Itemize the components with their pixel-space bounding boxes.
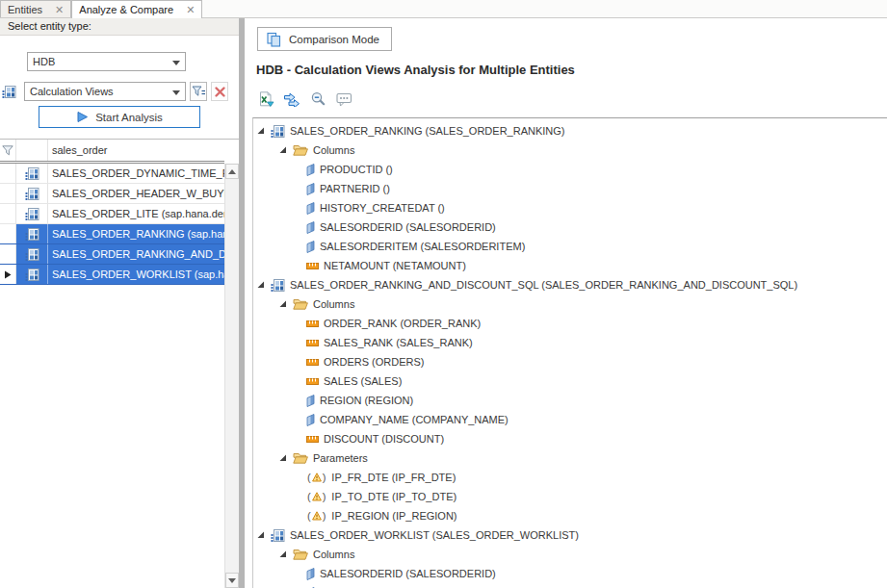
comments-icon — [336, 92, 352, 107]
tree-item[interactable]: COMPANY_NAME (COMPANY_NAME) — [253, 410, 887, 429]
tree-item[interactable]: REGION (REGION) — [253, 391, 887, 410]
list-scrollbar[interactable] — [224, 164, 239, 588]
tree-item[interactable]: ()IP_REGION (IP_REGION) — [253, 506, 887, 525]
parameter-icon: () — [306, 472, 326, 483]
arrow-up-icon — [228, 169, 236, 174]
comments-button[interactable] — [334, 89, 353, 109]
zoom-out-icon — [310, 91, 326, 107]
row-marker-cell — [0, 204, 16, 223]
filter-input[interactable]: sales_order — [48, 144, 224, 156]
entity-type-select[interactable]: Calculation Views — [24, 82, 186, 101]
system-select[interactable]: HDB — [27, 52, 186, 71]
tree-item-label: IP_REGION (IP_REGION) — [331, 510, 457, 522]
tab-bar: Entities ✕ Analyze & Compare ✕ — [0, 0, 887, 18]
tree-item[interactable]: DISCOUNT (DISCOUNT) — [253, 429, 887, 448]
tree-item-label: SALESORDERID (SALESORDERID) — [320, 221, 496, 233]
folder-icon — [293, 144, 308, 156]
row-marker-cell — [0, 265, 16, 284]
folder-icon — [293, 452, 308, 464]
tree-item[interactable]: PARTNERID (PARTNER_PARTNERID) — [253, 583, 887, 588]
funnel-icon[interactable] — [2, 145, 13, 156]
tree-item[interactable]: PARTNERID () — [253, 179, 887, 198]
tree-item[interactable]: ORDER_RANK (ORDER_RANK) — [253, 314, 887, 333]
zoom-out-button[interactable] — [308, 89, 327, 109]
chevron-down-icon — [172, 90, 180, 95]
folder-icon — [293, 298, 308, 310]
list-item[interactable]: SALES_ORDER_WORKLIST (sap.hana — [0, 265, 224, 285]
comparison-mode-button[interactable]: Comparison Mode — [257, 27, 392, 51]
list-item[interactable]: SALES_ORDER_RANKING (sap.hana. — [0, 224, 224, 244]
close-icon[interactable]: ✕ — [186, 5, 195, 14]
tree-item[interactable]: ()IP_TO_DTE (IP_TO_DTE) — [253, 487, 887, 506]
tree-item[interactable]: SALES (SALES) — [253, 371, 887, 391]
attribute-icon — [306, 183, 315, 195]
attribute-icon — [306, 568, 315, 580]
panel-header: Select entity type: — [0, 18, 239, 36]
tree-item[interactable]: SALES_RANK (SALES_RANK) — [253, 333, 887, 352]
expand-arrow-icon[interactable] — [279, 300, 288, 308]
analysis-panel: Comparison Mode HDB - Calculation Views … — [245, 18, 887, 588]
expand-arrow-icon[interactable] — [279, 146, 288, 154]
start-analysis-button[interactable]: Start Analysis — [39, 106, 200, 128]
tree-item[interactable]: SALES_ORDER_RANKING (SALES_ORDER_RANKING… — [253, 121, 887, 141]
attribute-icon — [306, 221, 315, 234]
calcview-icon — [271, 278, 285, 293]
calcview-icon — [25, 268, 39, 282]
tree-item-label: SALES_ORDER_RANKING_AND_DISCOUNT_SQL (SA… — [290, 279, 797, 291]
tree-item[interactable]: Columns — [253, 294, 887, 314]
export-excel-button[interactable] — [256, 89, 275, 109]
measure-icon — [306, 339, 319, 347]
tab-entities[interactable]: Entities ✕ — [0, 0, 71, 17]
attribute-icon — [306, 202, 315, 215]
calcview-icon — [25, 227, 39, 242]
tree-item[interactable]: ORDERS (ORDERS) — [253, 352, 887, 371]
tree-item[interactable]: ()IP_FR_DTE (IP_FR_DTE) — [253, 468, 887, 487]
tree-item[interactable]: Columns — [253, 141, 887, 160]
tree-item[interactable]: SALESORDERID (SALESORDERID) — [253, 564, 887, 583]
row-marker-cell — [0, 184, 16, 203]
expand-arrow-icon[interactable] — [257, 281, 266, 289]
list-item[interactable]: SALES_ORDER_LITE (sap.hana.demo — [0, 204, 224, 224]
tree-item[interactable]: NETAMOUNT (NETAMOUNT) — [253, 256, 887, 275]
filter-cell — [0, 140, 16, 161]
expand-arrow-icon[interactable] — [257, 531, 266, 539]
tree-item[interactable]: PRODUCTID () — [253, 160, 887, 179]
tree-item-label: Parameters — [313, 452, 368, 464]
attribute-icon — [306, 164, 315, 176]
tree-item[interactable]: SALES_ORDER_WORKLIST (SALES_ORDER_WORKLI… — [253, 525, 887, 545]
measure-icon — [306, 358, 319, 367]
scroll-up-button[interactable] — [225, 164, 239, 179]
list-item[interactable]: SALES_ORDER_HEADER_W_BUYER ( — [0, 184, 224, 204]
expand-arrow-icon[interactable] — [279, 550, 288, 558]
expand-arrow-icon[interactable] — [257, 127, 266, 135]
tree-item-label: ORDERS (ORDERS) — [324, 356, 425, 368]
clear-x-icon — [214, 86, 226, 98]
export-excel-icon — [257, 91, 274, 107]
list-item[interactable]: SALES_ORDER_DYNAMIC_TIME_PER — [0, 164, 224, 184]
clear-filter-button[interactable] — [211, 82, 228, 101]
forward-arrows-button[interactable] — [282, 89, 301, 109]
tree-item-label: IP_TO_DTE (IP_TO_DTE) — [331, 491, 457, 502]
attribute-icon — [306, 241, 315, 253]
filter-button[interactable] — [190, 82, 207, 101]
calcview-icon — [25, 207, 39, 221]
calcview-icon — [25, 166, 39, 181]
tree-item[interactable]: HISTORY_CREATEDAT () — [253, 198, 887, 217]
row-marker-cell — [0, 244, 16, 264]
tree-item[interactable]: Parameters — [253, 448, 887, 468]
tree-item[interactable]: Columns — [253, 545, 887, 564]
tree-item[interactable]: SALESORDERITEM (SALESORDERITEM) — [253, 237, 887, 256]
arrow-down-icon — [228, 578, 236, 583]
expand-arrow-icon[interactable] — [279, 454, 288, 462]
tree-item[interactable]: SALES_ORDER_RANKING_AND_DISCOUNT_SQL (SA… — [253, 275, 887, 294]
list-filter-row[interactable]: sales_order — [0, 140, 224, 164]
tree-item[interactable]: SALESORDERID (SALESORDERID) — [253, 217, 887, 237]
tab-analyze-compare[interactable]: Analyze & Compare ✕ — [71, 0, 202, 18]
filter-funnel-icon — [192, 86, 206, 98]
list-item[interactable]: SALES_ORDER_RANKING_AND_DISC — [0, 244, 224, 265]
calcview-icon — [25, 187, 39, 201]
row-marker-icon — [4, 270, 12, 279]
scroll-down-button[interactable] — [225, 573, 239, 588]
analysis-toolbar — [256, 89, 353, 109]
close-icon[interactable]: ✕ — [55, 5, 64, 14]
